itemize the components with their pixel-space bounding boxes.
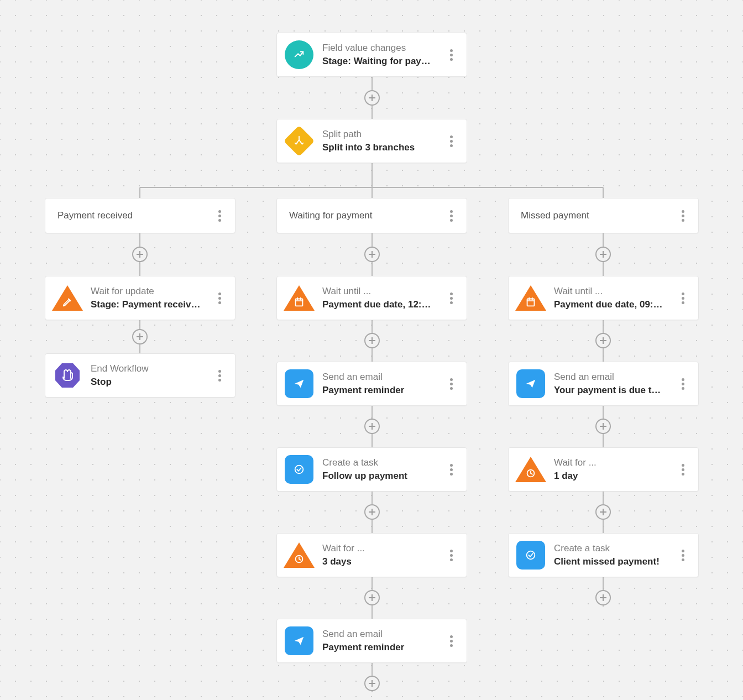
card-texts: Wait for update Stage: Payment receiv… [91,286,212,311]
calendar-triangle-icon [515,285,546,311]
node-icon-wrap [53,284,82,312]
stop-hex-icon [54,362,81,389]
svg-point-29 [295,466,304,474]
card-title: Send an email [554,372,675,383]
svg-marker-31 [295,637,304,645]
card-subtitle: Client missed payment! [554,556,675,567]
card-subtitle: 3 days [322,556,443,567]
node-icon-wrap [53,361,82,390]
send-icon [285,369,313,398]
add-step-button[interactable] [364,590,380,605]
card-subtitle: Stop [91,377,212,388]
create-task-card[interactable]: Create a taskClient missed payment! [508,533,699,577]
split-card[interactable]: Split path Split into 3 branches [276,119,467,163]
send-email-card[interactable]: Send an emailPayment reminder [276,619,467,663]
card-title: Wait for update [91,286,212,297]
card-title: Create a task [322,457,443,468]
pencil-triangle-icon [52,285,83,311]
workflow-canvas[interactable]: Field value changes Stage: Waiting for p… [0,0,743,700]
svg-line-22 [69,299,71,301]
card-more-menu[interactable] [443,635,459,647]
add-step-button[interactable] [364,419,380,434]
card-more-menu[interactable] [212,370,227,382]
branch-label-left[interactable]: Payment received [45,198,236,233]
card-title: Wait until ... [554,286,675,297]
card-texts: End Workflow Stop [91,363,212,388]
card-more-menu[interactable] [443,464,459,476]
card-subtitle: Stage: Payment receiv… [91,299,212,310]
branch-label-right[interactable]: Missed payment [508,198,699,233]
trend-icon [285,40,313,69]
add-step-button[interactable] [364,504,380,520]
clock-triangle-icon [284,542,315,568]
add-step-button[interactable] [595,504,611,520]
card-more-menu[interactable] [443,378,459,390]
card-title: Field value changes [322,43,443,54]
card-subtitle: Payment due date, 09:… [554,299,675,310]
wait-for-card[interactable]: Wait for ...3 days [276,533,467,577]
branch-label-center[interactable]: Waiting for payment [276,198,467,233]
add-step-button[interactable] [132,329,148,344]
branch-more-menu[interactable] [212,210,227,222]
card-title: Split path [322,129,443,140]
card-texts: Split path Split into 3 branches [322,129,443,154]
branch-more-menu[interactable] [675,210,690,222]
add-step-button[interactable] [364,247,380,262]
send-icon [285,626,313,655]
card-title: Send an email [322,629,443,640]
card-subtitle: Payment reminder [322,642,443,653]
svg-rect-32 [527,299,535,306]
wait-for-card[interactable]: Wait for ...1 day [508,447,699,492]
branch-label-text: Waiting for payment [289,210,443,221]
wait-for-update-card[interactable]: Wait for update Stage: Payment receiv… [45,276,236,320]
branch-label-text: Payment received [57,210,212,221]
card-more-menu[interactable] [675,292,690,304]
card-more-menu[interactable] [443,49,459,61]
add-step-button[interactable] [364,676,380,691]
card-title: Wait for ... [554,457,675,468]
wait-until-card[interactable]: Wait until ...Payment due date, 12:… [276,276,467,320]
send-icon [516,369,545,398]
check-circle-icon [516,541,545,570]
add-step-button[interactable] [595,333,611,348]
card-title: Wait for ... [322,543,443,554]
wait-until-card[interactable]: Wait until ...Payment due date, 09:… [508,276,699,320]
card-more-menu[interactable] [443,292,459,304]
send-email-card[interactable]: Send an emailYour payment is due t… [508,362,699,406]
add-step-button[interactable] [364,90,380,106]
split-icon [284,126,315,157]
card-title: Wait until ... [322,286,443,297]
card-more-menu[interactable] [443,550,459,561]
card-title: End Workflow [91,363,212,374]
card-subtitle: Payment reminder [322,385,443,396]
send-email-card[interactable]: Send an emailPayment reminder [276,362,467,406]
svg-marker-28 [295,380,304,388]
add-step-button[interactable] [595,590,611,605]
add-step-button[interactable] [595,247,611,262]
card-title: Create a task [554,543,675,554]
clock-triangle-icon [515,457,546,482]
check-circle-icon [285,455,313,484]
svg-marker-36 [526,380,536,388]
card-title: Send an email [322,372,443,383]
card-subtitle: Follow up payment [322,471,443,482]
card-more-menu[interactable] [675,464,690,476]
card-texts: Field value changes Stage: Waiting for p… [322,43,443,67]
trigger-card[interactable]: Field value changes Stage: Waiting for p… [276,33,467,77]
card-more-menu[interactable] [443,135,459,147]
trigger-icon-wrap [285,40,313,69]
svg-rect-24 [296,299,303,306]
add-step-button[interactable] [595,419,611,434]
add-step-button[interactable] [364,333,380,348]
split-icon-wrap [285,127,313,155]
card-more-menu[interactable] [675,550,690,561]
card-subtitle: Split into 3 branches [322,142,443,153]
card-subtitle: Stage: Waiting for pay… [322,56,443,67]
card-subtitle: Payment due date, 12:… [322,299,443,310]
card-more-menu[interactable] [675,378,690,390]
add-step-button[interactable] [132,247,148,262]
card-more-menu[interactable] [212,292,227,304]
branch-more-menu[interactable] [443,210,459,222]
create-task-card[interactable]: Create a taskFollow up payment [276,447,467,492]
end-workflow-card[interactable]: End Workflow Stop [45,353,236,398]
